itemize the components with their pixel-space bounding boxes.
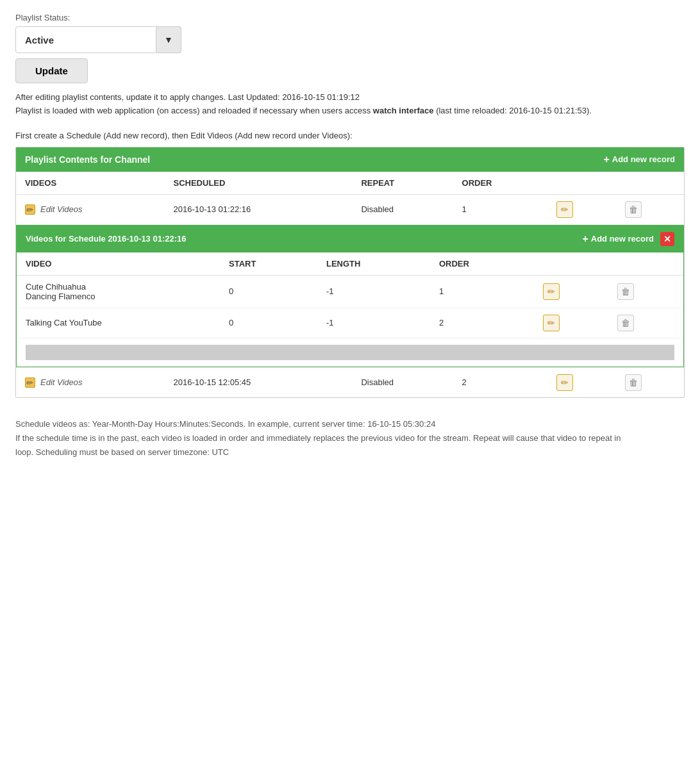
info-text-3: (last time reloaded: 2016-10-15 01:21:53… (434, 106, 592, 115)
sub-start-cell-1: 0 (220, 275, 317, 308)
schedule-note-2: If the schedule time is in the past, eac… (15, 431, 631, 459)
col-action2 (616, 172, 684, 195)
col-order: ORDER (453, 172, 548, 195)
schedule-note-1: Schedule videos as: Year-Month-Day Hours… (15, 417, 631, 431)
sub-add-new-label: Add new record (591, 234, 654, 244)
sub-col-length: LENGTH (317, 252, 430, 276)
sub-start-cell-2: 0 (220, 308, 317, 338)
pencil-icon-2: ✏ (25, 377, 35, 388)
sub-edit-btn-2[interactable]: ✏ (543, 315, 560, 331)
sub-trash-btn-1[interactable]: 🗑 (617, 283, 634, 300)
trash-icon-btn-1[interactable]: 🗑 (625, 201, 642, 218)
sub-action-trash-1: 🗑 (608, 275, 683, 308)
status-dropdown-btn[interactable]: ▼ (156, 26, 181, 53)
action-edit-cell-1: ✏ (547, 194, 615, 224)
col-videos: VIDEOS (16, 172, 165, 195)
pencil-icon: ✏ (25, 204, 35, 215)
action-trash-cell-1: 🗑 (616, 194, 684, 224)
sub-trash-btn-2[interactable]: 🗑 (617, 315, 634, 331)
playlist-table-title: Playlist Contents for Channel (25, 154, 150, 165)
col-scheduled: SCHEDULED (165, 172, 353, 195)
repeat-cell-2: Disabled (352, 367, 453, 397)
table-row-2: ✏ Edit Videos 2016-10-15 12:05:45 Disabl… (16, 367, 684, 397)
sub-data-table: VIDEO START LENGTH ORDER (17, 252, 683, 367)
sub-add-new-btn[interactable]: + Add new record (582, 233, 654, 245)
order-cell-1: 1 (453, 194, 548, 224)
sub-action-edit-1: ✏ (534, 275, 609, 308)
playlist-status-label: Playlist Status: (15, 13, 685, 22)
sub-col-order: ORDER (430, 252, 534, 276)
sub-edit-btn-1[interactable]: ✏ (543, 283, 560, 300)
sub-table-row-1: Cute ChihuahuaDancing Flamenco 0 -1 1 ✏ (17, 275, 683, 308)
sub-table-header-right: + Add new record ✕ (582, 232, 674, 246)
status-select[interactable]: Active (15, 26, 156, 53)
col-repeat: REPEAT (352, 172, 453, 195)
playlist-table-header: Playlist Contents for Channel + Add new … (16, 147, 684, 172)
action-trash-cell-2: 🗑 (616, 367, 684, 397)
scheduled-cell-1: 2016-10-13 01:22:16 (165, 194, 353, 224)
add-new-label: Add new record (612, 154, 675, 164)
sub-table-header-row: VIDEO START LENGTH ORDER (17, 252, 683, 276)
info-text-2: Playlist is loaded with web application … (15, 106, 371, 115)
gray-bar-row (17, 338, 683, 367)
plus-icon: + (603, 154, 609, 165)
sub-length-cell-2: -1 (317, 308, 430, 338)
sub-table-title: Videos for Schedule 2016-10-13 01:22:16 (26, 234, 187, 244)
sub-order-cell-2: 2 (430, 308, 534, 338)
edit-icon-btn-1[interactable]: ✏ (556, 201, 573, 218)
edit-icon-btn-2[interactable]: ✏ (556, 374, 573, 391)
edit-videos-link[interactable]: ✏ Edit Videos (25, 204, 156, 215)
instruction-text: First create a Schedule (Add new record)… (15, 131, 685, 140)
schedule-notes: Schedule videos as: Year-Month-Day Hours… (15, 417, 631, 459)
action-edit-cell-2: ✏ (547, 367, 615, 397)
sub-action-trash-2: 🗑 (608, 308, 683, 338)
add-new-record-btn[interactable]: + Add new record (603, 154, 675, 165)
table-row: ✏ Edit Videos 2016-10-13 01:22:16 Disabl… (16, 194, 684, 224)
sub-video-cell-2: Talking Cat YouTube (17, 308, 220, 338)
col-action1 (547, 172, 615, 195)
sub-table-header: Videos for Schedule 2016-10-13 01:22:16 … (17, 226, 683, 252)
repeat-cell-1: Disabled (352, 194, 453, 224)
edit-videos-cell: ✏ Edit Videos (16, 194, 165, 224)
chevron-down-icon: ▼ (164, 35, 173, 45)
sub-col-action1 (534, 252, 609, 276)
edit-videos-label: Edit Videos (40, 204, 83, 214)
nested-table-cell: Videos for Schedule 2016-10-13 01:22:16 … (16, 224, 684, 367)
sub-table-close-btn[interactable]: ✕ (660, 232, 674, 246)
edit-videos-label-2: Edit Videos (40, 377, 83, 387)
main-table-header-row: VIDEOS SCHEDULED REPEAT ORDER (16, 172, 684, 195)
update-button[interactable]: Update (15, 58, 88, 83)
gray-bar-cell (17, 338, 683, 367)
sub-length-cell-1: -1 (317, 275, 430, 308)
playlist-table: Playlist Contents for Channel + Add new … (15, 147, 685, 398)
sub-col-action2 (608, 252, 683, 276)
scheduled-cell-2: 2016-10-15 12:05:45 (165, 367, 353, 397)
sub-col-start: START (220, 252, 317, 276)
edit-videos-cell-2: ✏ Edit Videos (16, 367, 165, 397)
order-cell-2: 2 (453, 367, 548, 397)
sub-action-edit-2: ✏ (534, 308, 609, 338)
sub-table-row-2: Talking Cat YouTube 0 -1 2 ✏ 🗑 (17, 308, 683, 338)
sub-plus-icon: + (582, 233, 588, 245)
edit-videos-link-2[interactable]: ✏ Edit Videos (25, 377, 156, 388)
sub-order-cell-1: 1 (430, 275, 534, 308)
info-text-1: After editing playlist contents, update … (15, 92, 360, 102)
watch-interface-bold: watch interface (373, 106, 434, 115)
main-data-table: VIDEOS SCHEDULED REPEAT ORDER ✏ Edit Vid… (16, 172, 684, 397)
sub-table-row: Videos for Schedule 2016-10-13 01:22:16 … (16, 224, 684, 367)
sub-video-cell-1: Cute ChihuahuaDancing Flamenco (17, 275, 220, 308)
trash-icon-btn-2[interactable]: 🗑 (625, 374, 642, 391)
sub-col-video: VIDEO (17, 252, 220, 276)
sub-table-wrapper: Videos for Schedule 2016-10-13 01:22:16 … (16, 225, 684, 367)
